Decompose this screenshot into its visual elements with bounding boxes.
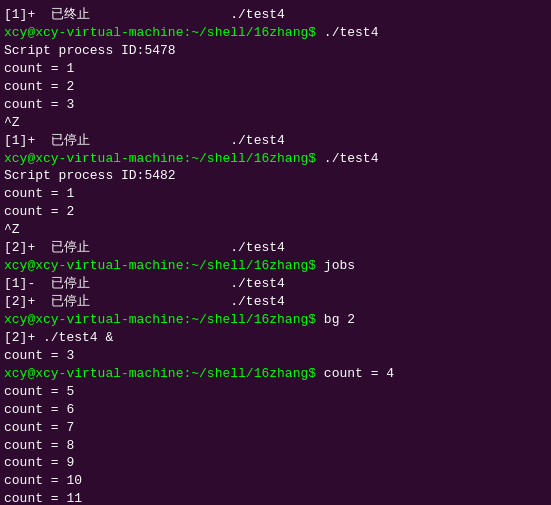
- terminal-line-13: [2]+ 已停止 ./test4: [4, 239, 547, 257]
- terminal-line-22: count = 6: [4, 401, 547, 419]
- terminal-line-9: Script process ID:5482: [4, 167, 547, 185]
- terminal-line-5: count = 3: [4, 96, 547, 114]
- terminal-line-12: ^Z: [4, 221, 547, 239]
- terminal-line-23: count = 7: [4, 419, 547, 437]
- terminal-line-17: xcy@xcy-virtual-machine:~/shell/16zhang$…: [4, 311, 547, 329]
- terminal-line-21: count = 5: [4, 383, 547, 401]
- terminal-line-0: [1]+ 已终止 ./test4: [4, 6, 547, 24]
- terminal-line-20: xcy@xcy-virtual-machine:~/shell/16zhang$…: [4, 365, 547, 383]
- terminal-line-8: xcy@xcy-virtual-machine:~/shell/16zhang$…: [4, 150, 547, 168]
- terminal-line-25: count = 9: [4, 454, 547, 472]
- terminal-line-3: count = 1: [4, 60, 547, 78]
- terminal-line-7: [1]+ 已停止 ./test4: [4, 132, 547, 150]
- terminal-line-4: count = 2: [4, 78, 547, 96]
- terminal-line-11: count = 2: [4, 203, 547, 221]
- terminal-line-24: count = 8: [4, 437, 547, 455]
- terminal-line-27: count = 11: [4, 490, 547, 505]
- terminal-line-26: count = 10: [4, 472, 547, 490]
- terminal: [1]+ 已终止 ./test4xcy@xcy-virtual-machine:…: [0, 0, 551, 505]
- terminal-line-1: xcy@xcy-virtual-machine:~/shell/16zhang$…: [4, 24, 547, 42]
- terminal-line-14: xcy@xcy-virtual-machine:~/shell/16zhang$…: [4, 257, 547, 275]
- terminal-line-15: [1]- 已停止 ./test4: [4, 275, 547, 293]
- terminal-line-6: ^Z: [4, 114, 547, 132]
- terminal-line-10: count = 1: [4, 185, 547, 203]
- terminal-line-2: Script process ID:5478: [4, 42, 547, 60]
- terminal-line-19: count = 3: [4, 347, 547, 365]
- terminal-line-18: [2]+ ./test4 &: [4, 329, 547, 347]
- terminal-line-16: [2]+ 已停止 ./test4: [4, 293, 547, 311]
